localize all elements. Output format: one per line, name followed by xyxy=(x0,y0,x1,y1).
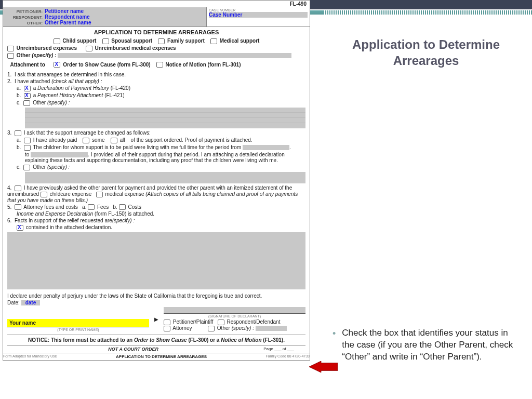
instruction-bullet: • Check the box that identifies your sta… xyxy=(332,327,520,363)
checkbox-2b[interactable] xyxy=(24,93,31,99)
checkbox-family-support[interactable] xyxy=(158,38,165,44)
other-specify-field[interactable] xyxy=(58,53,291,58)
svg-marker-0 xyxy=(309,361,338,373)
checkbox-3b[interactable] xyxy=(24,145,31,151)
checkbox-spousal-support[interactable] xyxy=(102,38,109,44)
checkbox-petitioner[interactable] xyxy=(164,320,170,325)
case-number[interactable]: Case Number xyxy=(209,12,242,18)
checkbox-other-exp[interactable] xyxy=(7,53,14,59)
red-arrow-icon xyxy=(309,361,338,373)
other-name[interactable]: Other Parent name xyxy=(45,20,91,25)
checkbox-unreimb-med[interactable] xyxy=(86,46,92,51)
notice: NOTICE: This form must be attached to an… xyxy=(7,335,305,345)
checkbox-5-costs[interactable] xyxy=(119,204,126,210)
checkbox-medical-support[interactable] xyxy=(210,38,217,44)
checkbox-6[interactable] xyxy=(17,225,23,231)
checkbox-nom[interactable] xyxy=(156,62,163,68)
q3c-textarea[interactable] xyxy=(25,172,305,183)
date-field[interactable]: date xyxy=(21,300,41,305)
q2c-textarea[interactable] xyxy=(25,108,305,128)
respondent-name[interactable]: Respondent name xyxy=(45,14,90,20)
checkbox-child-support[interactable] xyxy=(54,38,60,44)
checkbox-3a-some[interactable] xyxy=(83,138,89,143)
checkbox-attorney[interactable] xyxy=(164,326,170,331)
slide-title: Application to Determine Arrearages xyxy=(332,36,520,69)
checkbox-2c[interactable] xyxy=(23,100,30,106)
checkbox-3c[interactable] xyxy=(23,165,30,170)
checkbox-4-medical[interactable] xyxy=(96,192,103,197)
checkbox-3a-all[interactable] xyxy=(111,138,117,143)
form-fl490: FL-490 PETITIONER:Petitioner name RESPON… xyxy=(3,0,310,361)
checkbox-5-fees[interactable] xyxy=(88,204,95,210)
q6-textarea[interactable] xyxy=(7,232,305,289)
checkbox-2a[interactable] xyxy=(24,86,31,91)
checkbox-3[interactable] xyxy=(15,130,21,136)
checkbox-other-role[interactable] xyxy=(208,326,215,331)
checkbox-4-childcare[interactable] xyxy=(41,192,47,197)
form-title: APPLICATION TO DETERMINE ARREARAGES xyxy=(3,27,310,37)
checkbox-unreimb-exp[interactable] xyxy=(7,46,14,51)
checkbox-5[interactable] xyxy=(15,204,21,210)
signature-field[interactable] xyxy=(164,307,305,313)
checkbox-osc[interactable] xyxy=(54,62,60,68)
form-code: FL-490 xyxy=(3,1,310,7)
your-name-field[interactable]: Your name xyxy=(7,319,149,327)
checkbox-3a[interactable] xyxy=(24,138,31,143)
checkbox-4[interactable] xyxy=(15,185,21,191)
checkbox-respondent[interactable] xyxy=(218,320,224,325)
petitioner-name[interactable]: Petitioner name xyxy=(45,8,84,14)
